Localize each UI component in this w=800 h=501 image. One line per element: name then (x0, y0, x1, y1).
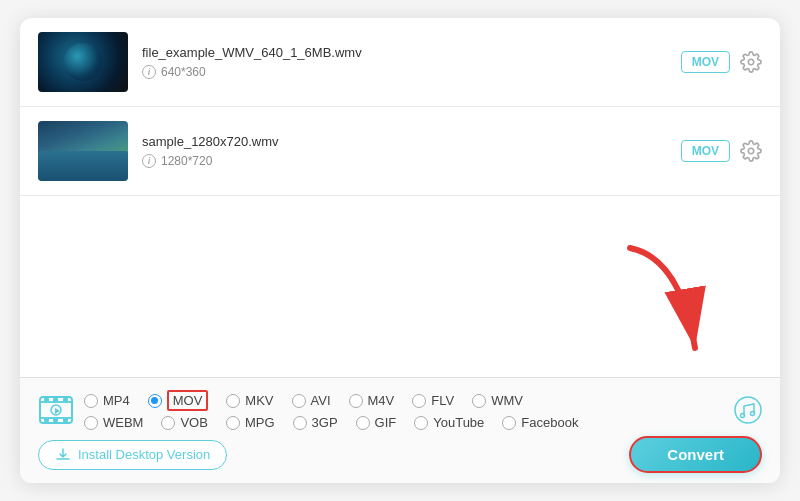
svg-rect-8 (63, 398, 68, 402)
radio-3gp[interactable] (293, 416, 307, 430)
gear-icon-2[interactable] (740, 140, 762, 162)
file-item-2: sample_1280x720.wmv i 1280*720 MOV (20, 107, 780, 196)
format-label-gif: GIF (375, 415, 397, 430)
bottom-bar: MP4 MOV MKV AVI (20, 377, 780, 483)
file-thumbnail-2 (38, 121, 128, 181)
format-label-mp4: MP4 (103, 393, 130, 408)
radio-avi[interactable] (292, 394, 306, 408)
file-actions-1: MOV (681, 51, 762, 73)
info-icon-1: i (142, 65, 156, 79)
radio-mkv[interactable] (226, 394, 240, 408)
file-resolution-2: 1280*720 (161, 154, 212, 168)
format-avi[interactable]: AVI (292, 393, 331, 408)
svg-rect-10 (53, 418, 58, 422)
file-item: file_example_WMV_640_1_6MB.wmv i 640*360… (20, 18, 780, 107)
format-mkv[interactable]: MKV (226, 393, 273, 408)
file-meta-2: i 1280*720 (142, 154, 667, 168)
format-label-m4v: M4V (368, 393, 395, 408)
bottom-actions: Install Desktop Version Convert (38, 436, 762, 473)
radio-mov[interactable] (148, 394, 162, 408)
convert-button[interactable]: Convert (629, 436, 762, 473)
format-3gp[interactable]: 3GP (293, 415, 338, 430)
format-mp4[interactable]: MP4 (84, 393, 130, 408)
format-row-2: WEBM VOB MPG 3GP (84, 415, 726, 430)
format-label-youtube: YouTube (433, 415, 484, 430)
svg-rect-7 (53, 398, 58, 402)
radio-youtube[interactable] (414, 416, 428, 430)
svg-point-1 (748, 148, 754, 154)
radio-facebook[interactable] (502, 416, 516, 430)
radio-gif[interactable] (356, 416, 370, 430)
format-label-flv: FLV (431, 393, 454, 408)
svg-rect-9 (44, 418, 49, 422)
svg-point-15 (741, 414, 745, 418)
file-actions-2: MOV (681, 140, 762, 162)
format-vob[interactable]: VOB (161, 415, 207, 430)
file-info-1: file_example_WMV_640_1_6MB.wmv i 640*360 (142, 45, 667, 79)
format-wmv[interactable]: WMV (472, 393, 523, 408)
file-info-2: sample_1280x720.wmv i 1280*720 (142, 134, 667, 168)
format-label-3gp: 3GP (312, 415, 338, 430)
format-label-wmv: WMV (491, 393, 523, 408)
radio-flv[interactable] (412, 394, 426, 408)
radio-mpg[interactable] (226, 416, 240, 430)
gear-icon-1[interactable] (740, 51, 762, 73)
format-mov[interactable]: MOV (148, 390, 209, 411)
info-icon-2: i (142, 154, 156, 168)
format-badge-1[interactable]: MOV (681, 51, 730, 73)
format-youtube[interactable]: YouTube (414, 415, 484, 430)
format-m4v[interactable]: M4V (349, 393, 395, 408)
empty-space (20, 196, 780, 276)
file-resolution-1: 640*360 (161, 65, 206, 79)
radio-vob[interactable] (161, 416, 175, 430)
svg-rect-14 (735, 397, 761, 423)
download-icon (55, 447, 71, 463)
radio-m4v[interactable] (349, 394, 363, 408)
install-desktop-button[interactable]: Install Desktop Version (38, 440, 227, 470)
radio-wmv[interactable] (472, 394, 486, 408)
format-options: MP4 MOV MKV AVI (84, 390, 726, 430)
file-thumbnail-1 (38, 32, 128, 92)
format-row-1: MP4 MOV MKV AVI (84, 390, 726, 411)
format-label-webm: WEBM (103, 415, 143, 430)
format-flv[interactable]: FLV (412, 393, 454, 408)
svg-point-16 (751, 412, 755, 416)
svg-point-0 (748, 59, 754, 65)
file-meta-1: i 640*360 (142, 65, 667, 79)
app-container: file_example_WMV_640_1_6MB.wmv i 640*360… (20, 18, 780, 483)
file-list: file_example_WMV_640_1_6MB.wmv i 640*360… (20, 18, 780, 377)
format-mpg[interactable]: MPG (226, 415, 275, 430)
install-label: Install Desktop Version (78, 447, 210, 462)
format-label-mov: MOV (167, 390, 209, 411)
format-label-vob: VOB (180, 415, 207, 430)
format-webm[interactable]: WEBM (84, 415, 143, 430)
radio-mp4[interactable] (84, 394, 98, 408)
file-name-2: sample_1280x720.wmv (142, 134, 667, 149)
format-label-facebook: Facebook (521, 415, 578, 430)
format-gif[interactable]: GIF (356, 415, 397, 430)
format-label-mkv: MKV (245, 393, 273, 408)
format-facebook[interactable]: Facebook (502, 415, 578, 430)
svg-rect-6 (44, 398, 49, 402)
format-badge-2[interactable]: MOV (681, 140, 730, 162)
svg-rect-11 (63, 418, 68, 422)
music-icon (734, 396, 762, 424)
format-label-avi: AVI (311, 393, 331, 408)
format-section: MP4 MOV MKV AVI (38, 390, 762, 430)
radio-webm[interactable] (84, 416, 98, 430)
file-name-1: file_example_WMV_640_1_6MB.wmv (142, 45, 667, 60)
format-label-mpg: MPG (245, 415, 275, 430)
film-icon (38, 392, 74, 428)
